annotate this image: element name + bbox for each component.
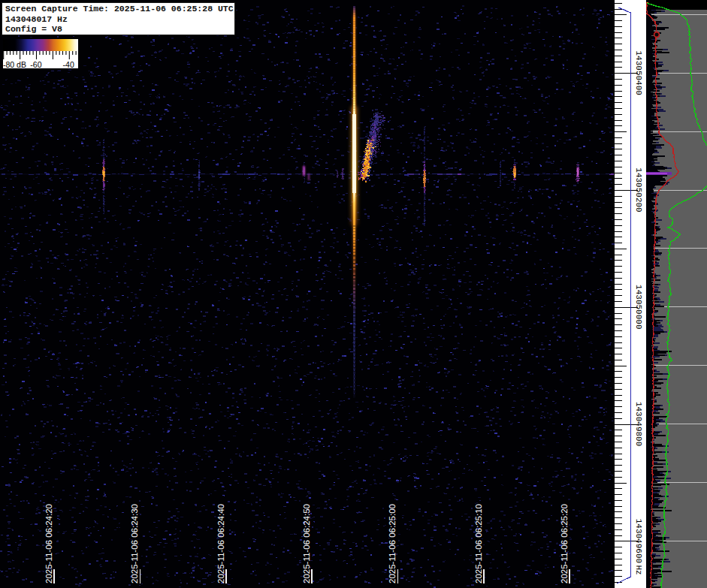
svg-text:2025-11-06 06:24:30: 2025-11-06 06:24:30 xyxy=(130,504,139,583)
svg-text:2025-11-06 06:24:50: 2025-11-06 06:24:50 xyxy=(302,504,311,583)
svg-text:143050000: 143050000 xyxy=(634,285,643,329)
svg-text:2025-11-06 06:25:20: 2025-11-06 06:25:20 xyxy=(560,504,569,583)
svg-text:143050400: 143050400 xyxy=(634,50,643,95)
svg-text:143049800: 143049800 xyxy=(634,402,643,446)
svg-text:143050200: 143050200 xyxy=(634,167,643,212)
svg-text:2025-11-06 06:25:00: 2025-11-06 06:25:00 xyxy=(388,504,397,583)
svg-text:Hz: Hz xyxy=(634,565,643,574)
svg-text:2025-11-06 06:25:10: 2025-11-06 06:25:10 xyxy=(474,504,483,583)
svg-text:143049600: 143049600 xyxy=(634,519,643,563)
svg-text:2025-11-06 06:24:20: 2025-11-06 06:24:20 xyxy=(44,504,53,583)
svg-text:2025-11-06 06:24:40: 2025-11-06 06:24:40 xyxy=(216,504,225,583)
